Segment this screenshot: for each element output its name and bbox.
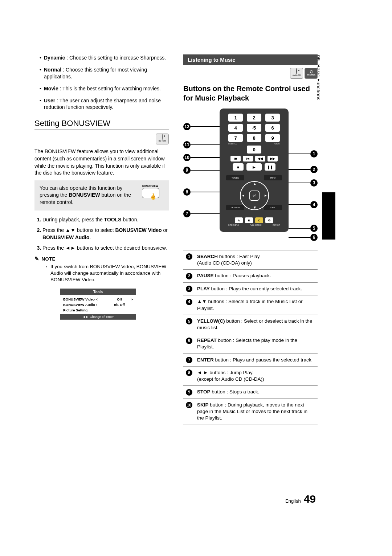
- key-c[interactable]: C: [255, 217, 263, 223]
- tip-box: You can also operate this function by pr…: [34, 180, 169, 210]
- key-a[interactable]: A: [235, 217, 243, 223]
- key-1[interactable]: 1: [228, 114, 243, 122]
- row-number: 2: [186, 273, 192, 279]
- table-row: 6REPEAT button : Selects the play mode i…: [183, 334, 318, 353]
- note-heading: NOTE: [34, 255, 169, 262]
- row-number: 5: [186, 318, 192, 324]
- tools-row: BONUSVIEW Audio :0/1 Off: [60, 302, 136, 307]
- callout-3: 3: [310, 179, 318, 187]
- hand-icon: ☝: [148, 192, 158, 201]
- rule: [34, 130, 169, 130]
- key-4[interactable]: 4: [228, 124, 243, 132]
- list-item: User : The user can adjust the sharpness…: [40, 97, 169, 111]
- key-pause[interactable]: ❚❚: [265, 163, 275, 171]
- callout-5: 5: [310, 225, 318, 232]
- callout-2: 2: [310, 166, 318, 173]
- key-0[interactable]: 0: [247, 146, 261, 154]
- callout-12: 12: [183, 123, 191, 130]
- row-number: 7: [186, 357, 192, 363]
- key-b[interactable]: B: [245, 217, 253, 223]
- key-skip-fwd[interactable]: ⏭: [243, 156, 253, 162]
- key-8[interactable]: 8: [247, 134, 261, 142]
- key-d[interactable]: ⟳: [265, 217, 273, 223]
- tools-row: BONUSVIEW Video <Off>: [60, 297, 136, 302]
- table-row: 7ENTER button : Plays and pauses the sel…: [183, 353, 318, 366]
- note-item: If you switch from BONUSVIEW Video, BONU…: [46, 263, 169, 283]
- page-number: 49: [304, 493, 316, 505]
- key-play[interactable]: ▶: [246, 163, 262, 171]
- key-skip-back[interactable]: ⏮: [230, 156, 241, 162]
- callout-4: 4: [310, 201, 318, 208]
- note-list: If you switch from BONUSVIEW Video, BONU…: [34, 263, 169, 283]
- callout-11: 11: [183, 141, 191, 148]
- table-row: 9STOP button : Stops a track.: [183, 386, 318, 398]
- tools-osd: Tools BONUSVIEW Video <Off> BONUSVIEW Au…: [60, 289, 136, 320]
- callout-8: 8: [183, 188, 191, 196]
- remote-diagram: 12 11 10 9 8 7 1 2 3 4: [183, 109, 318, 246]
- bonusview-description: The BONUSVIEW feature allows you to view…: [34, 148, 169, 176]
- audio-cd-icon: Audio CD: [290, 68, 303, 79]
- remote-body: 1 2 3 4 •5 6 7 8 9 SUBTITLEAUDIO: [220, 109, 289, 232]
- table-row: 10SKIP button : During playback, moves t…: [183, 398, 318, 425]
- callout-10: 10: [183, 154, 191, 161]
- bd-rom-icon: BD-ROM: [156, 134, 169, 144]
- row-number: 3: [186, 286, 192, 292]
- key-stop[interactable]: ■: [233, 163, 244, 171]
- function-table: 1SEARCH buttons : Fast Play.(Audio CD (C…: [183, 250, 318, 425]
- step-1: During playback, press the TOOLS button.: [42, 216, 169, 224]
- table-row: 5YELLOW(C) button : Select or deselect a…: [183, 315, 318, 334]
- key-7[interactable]: 7: [228, 134, 243, 142]
- row-number: 6: [186, 338, 192, 344]
- callout-9: 9: [183, 167, 191, 174]
- table-row: 2PAUSE button : Pauses playback.: [183, 270, 318, 282]
- callout-7: 7: [183, 210, 191, 217]
- row-number: 4: [186, 299, 192, 305]
- picture-mode-list: Dynamic : Choose this setting to increas…: [34, 54, 169, 111]
- left-column: Dynamic : Choose this setting to increas…: [34, 54, 169, 425]
- table-row: 3PLAY button : Plays the currently selec…: [183, 282, 318, 295]
- table-row: 8◄ ► buttons : Jump Play.(except for Aud…: [183, 367, 318, 386]
- label-info: INFO: [264, 175, 282, 180]
- footer-lang: English: [285, 498, 301, 504]
- mp3-wma-icon: ♫MP3/WMA: [305, 68, 318, 79]
- tools-row: Picture Setting: [60, 307, 136, 313]
- key-ffwd[interactable]: ▶▶: [268, 156, 278, 162]
- key-rewind[interactable]: ◀◀: [255, 156, 265, 162]
- row-number: 9: [186, 389, 192, 396]
- row-number: 8: [186, 369, 192, 376]
- row-number: 1: [186, 253, 192, 260]
- label-tools: TOOLS: [226, 175, 244, 180]
- page: 06 Basic Functions Dynamic : Choose this…: [0, 0, 392, 556]
- thumb-index-bar: [322, 192, 335, 240]
- bonusview-button-illustration: BONUSVIEW ☝: [142, 185, 164, 198]
- right-column: Listening to Music Audio CD ♫MP3/WMA But…: [183, 54, 318, 425]
- key-2[interactable]: 2: [247, 114, 261, 122]
- step-3: Press the ◄► buttons to select the desir…: [42, 245, 169, 252]
- key-6[interactable]: 6: [265, 124, 280, 132]
- list-item: Normal : Choose this setting for most vi…: [40, 66, 169, 80]
- key-enter: ⏎: [249, 191, 260, 201]
- list-item: Dynamic : Choose this setting to increas…: [40, 54, 169, 61]
- tools-footer: ◄► Change ⏎ Enter: [60, 314, 136, 319]
- row-number: 10: [186, 402, 192, 408]
- tools-title: Tools: [60, 289, 136, 295]
- table-row: 4▲▼ buttons : Selects a track in the Mus…: [183, 295, 318, 315]
- list-item: Movie : This is the best setting for wat…: [40, 85, 169, 92]
- page-footer: English 49: [285, 493, 316, 505]
- step-2: Press the ▲▼ buttons to select BONUSVIEW…: [42, 227, 169, 241]
- key-9[interactable]: 9: [265, 134, 280, 142]
- key-3[interactable]: 3: [265, 114, 280, 122]
- steps-list: During playback, press the TOOLS button.…: [34, 216, 169, 252]
- table-row: 1SEARCH buttons : Fast Play.(Audio CD (C…: [183, 250, 318, 270]
- heading-remote-music: Buttons on the Remote Control used for M…: [183, 84, 318, 103]
- section-banner: Listening to Music: [183, 54, 318, 65]
- dpad[interactable]: ▲ ▼ ◄ ► ⏎: [240, 181, 269, 210]
- callout-1: 1: [310, 150, 318, 158]
- key-5[interactable]: •5: [247, 124, 261, 132]
- callout-6: 6: [310, 234, 318, 241]
- heading-bonusview: Setting BONUSVIEW: [34, 119, 169, 128]
